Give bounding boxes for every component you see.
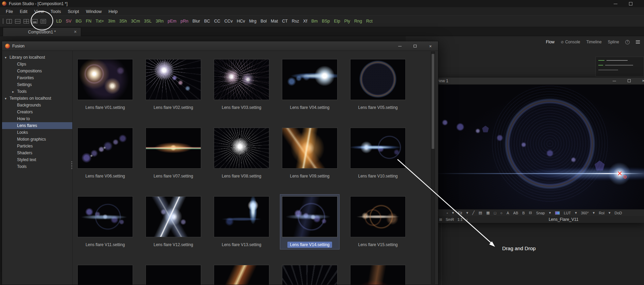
tool-button[interactable]: 3Rn <box>156 19 164 24</box>
lens-flare-thumbnail[interactable] <box>77 265 133 285</box>
panel-tab[interactable]: Spline <box>608 40 619 44</box>
lens-flare-item[interactable] <box>212 263 271 285</box>
tool-button[interactable]: pRn <box>180 19 188 24</box>
viewer-toolbar-item[interactable]: 360° <box>581 211 589 215</box>
lens-flare-thumbnail[interactable] <box>350 59 406 100</box>
tool-button[interactable]: HCv <box>237 19 245 24</box>
info-icon[interactable] <box>625 40 630 44</box>
dialog-close-button[interactable]: × <box>423 41 438 51</box>
viewer-close-icon[interactable]: × <box>642 78 644 83</box>
tool-button[interactable]: Xf <box>303 19 307 24</box>
lens-flare-thumbnail[interactable] <box>214 128 269 169</box>
layout-split-vertical-icon[interactable] <box>6 19 12 24</box>
viewer-toolbar-item[interactable]: ▾ <box>593 211 595 215</box>
maximize-icon[interactable] <box>629 2 632 5</box>
menu-item[interactable]: Help <box>105 8 121 15</box>
tree-item[interactable]: How to <box>2 115 72 122</box>
lens-flare-thumbnail[interactable] <box>350 265 406 285</box>
viewer-toolbar-item[interactable]: Fit <box>458 211 462 215</box>
grid-scrollbar[interactable] <box>431 52 435 284</box>
panel-tab[interactable]: Timeline <box>586 40 602 44</box>
flare-center-control[interactable] <box>617 171 622 176</box>
viewer-titlebar[interactable]: view 1 × <box>434 77 644 85</box>
viewer-toolbar-item[interactable]: ▾ <box>575 211 577 215</box>
tree-item[interactable]: Tools <box>2 163 72 170</box>
tree-item[interactable]: Library on localhost <box>2 54 72 61</box>
tool-button[interactable]: Blur <box>192 19 200 24</box>
lens-flare-item[interactable]: Lens flare V08.setting <box>212 126 271 181</box>
menu-item[interactable]: Script <box>65 8 82 15</box>
viewer-toolbar-item[interactable]: ╱ <box>472 211 475 215</box>
viewer-toolbar-item[interactable]: ▤ <box>479 211 482 215</box>
viewer-toolbar-item[interactable]: ▫ <box>447 211 448 215</box>
tool-button[interactable]: CCv <box>224 19 233 24</box>
lens-flare-item[interactable]: Lens flare V09.setting <box>280 126 340 181</box>
tool-button[interactable]: BG <box>76 19 82 24</box>
tool-button[interactable]: CT <box>282 19 288 24</box>
lens-flare-item[interactable]: Lens flare V03.setting <box>212 57 271 112</box>
lens-flare-thumbnail[interactable] <box>282 196 338 237</box>
menu-item[interactable]: Tools <box>47 8 64 15</box>
tool-button[interactable]: CC <box>214 19 220 24</box>
tree-item[interactable]: Backgrounds <box>2 102 72 109</box>
tool-button[interactable]: LD <box>56 19 62 24</box>
viewer-status-item[interactable]: ↕ <box>466 217 468 222</box>
viewer-toolbar-item[interactable]: ▾ <box>609 211 611 215</box>
tree-item[interactable]: Particles <box>2 143 72 149</box>
viewer-toolbar-item[interactable]: □ <box>494 211 496 215</box>
lens-flare-thumbnail[interactable] <box>282 59 338 100</box>
layout-split-horizontal-icon[interactable] <box>15 19 20 24</box>
panel-resize-grip[interactable] <box>71 161 72 170</box>
lens-flare-thumbnail[interactable] <box>214 196 269 237</box>
dialog-minimize-button[interactable] <box>392 41 407 51</box>
lens-flare-item[interactable]: Lens flare V05.setting <box>348 57 408 112</box>
lens-flare-thumbnail[interactable] <box>350 128 406 169</box>
panel-menu-icon[interactable] <box>636 40 640 44</box>
viewer-maximize-icon[interactable] <box>628 79 631 82</box>
tree-item[interactable]: Clips <box>2 61 72 68</box>
lens-flare-thumbnail[interactable] <box>350 196 406 237</box>
panel-splitter[interactable] <box>441 223 441 285</box>
minimize-icon[interactable] <box>614 4 617 4</box>
tool-button[interactable]: 3SL <box>144 19 152 24</box>
tool-button[interactable]: FN <box>86 19 92 24</box>
viewer-canvas[interactable] <box>434 85 644 209</box>
lens-flare-item[interactable] <box>144 263 203 285</box>
tool-button[interactable]: 3Im <box>108 19 115 24</box>
viewer-toolbar-item[interactable]: B <box>522 211 525 215</box>
lens-flare-item[interactable]: Lens flare V07.setting <box>144 126 203 181</box>
composition-tab[interactable]: Composition1 * × <box>3 27 81 36</box>
viewer-status-item[interactable]: ⊞ <box>439 217 442 222</box>
lens-flare-thumbnail[interactable] <box>146 265 201 285</box>
tree-item[interactable]: Templates on localhost <box>2 95 72 102</box>
panel-tab[interactable]: ⊘ Console <box>560 40 580 44</box>
viewer-toolbar-item[interactable]: ▾ <box>452 211 454 215</box>
lens-flare-item[interactable]: Lens flare V01.setting <box>75 57 135 112</box>
tree-item[interactable]: Styled text <box>2 156 72 163</box>
tree-item[interactable]: Motion graphics <box>2 136 72 143</box>
menu-item[interactable]: View <box>31 8 47 15</box>
tool-button[interactable]: 3Sh <box>119 19 127 24</box>
lens-flare-thumbnail[interactable] <box>146 128 201 169</box>
lens-flare-thumbnail[interactable] <box>77 196 133 237</box>
tree-item[interactable]: Settings <box>2 81 72 88</box>
lens-flare-thumbnail[interactable] <box>282 265 338 285</box>
lens-flare-thumbnail[interactable] <box>77 59 133 100</box>
tool-button[interactable]: BSp <box>322 19 330 24</box>
viewer-toolbar-item[interactable]: ○ <box>500 211 503 215</box>
menu-item[interactable]: Edit <box>17 8 30 15</box>
lens-flare-item[interactable]: Lens flare V12.setting <box>144 194 203 250</box>
tab-close-icon[interactable]: × <box>74 29 77 34</box>
lens-flare-item[interactable]: Lens flare V04.setting <box>280 57 340 112</box>
tool-button[interactable]: Rct <box>366 19 373 24</box>
tree-item[interactable]: Lens flares <box>2 122 72 129</box>
panel-tab[interactable]: Flow <box>546 40 554 44</box>
lens-flare-thumbnail[interactable] <box>214 59 269 100</box>
viewer-status-item[interactable]: 1:1 <box>458 217 463 222</box>
lens-flare-thumbnail[interactable] <box>146 196 201 237</box>
lens-flare-item[interactable]: Lens flare V02.setting <box>144 57 203 112</box>
viewer-toolbar-item[interactable]: LUT <box>564 211 571 215</box>
lens-flare-item[interactable]: Lens flare V06.setting <box>75 126 135 181</box>
dialog-maximize-button[interactable] <box>407 41 423 51</box>
lens-flare-item[interactable] <box>280 263 340 285</box>
